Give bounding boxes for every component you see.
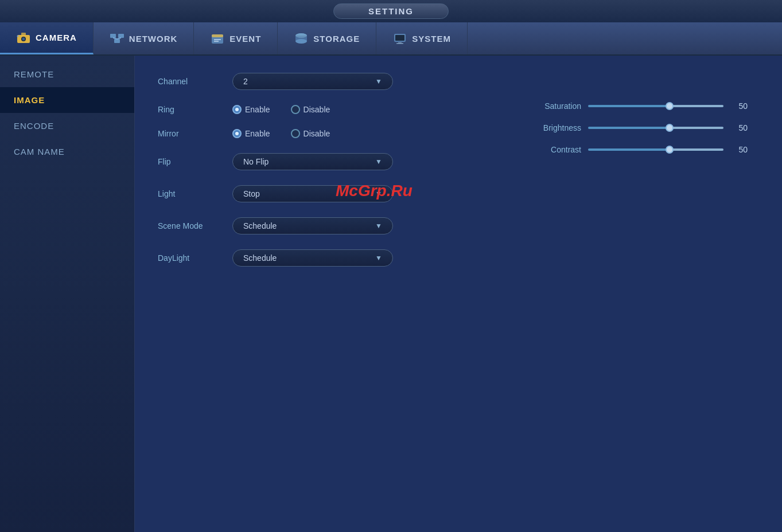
tab-camera[interactable]: CAMERA: [0, 22, 94, 54]
tab-network-label: NETWORK: [129, 34, 178, 44]
tab-system-label: SYSTEM: [412, 34, 451, 44]
mirror-disable-option[interactable]: Disable: [291, 129, 330, 138]
ring-radio-group: Enable Disable: [232, 105, 330, 114]
content-area: Channel 2 ▼ Ring Enable Disable Mi: [135, 56, 782, 532]
daylight-value: Schedule: [243, 253, 277, 263]
saturation-thumb[interactable]: [666, 102, 674, 110]
channel-value: 2: [243, 77, 248, 86]
channel-dropdown[interactable]: 2 ▼: [232, 73, 393, 90]
title-bar: SETTING: [0, 0, 782, 22]
flip-value: No Flip: [243, 157, 269, 166]
tab-event-label: EVENT: [229, 34, 261, 44]
svg-rect-11: [212, 34, 223, 37]
svg-rect-21: [396, 43, 403, 44]
tab-camera-label: CAMERA: [36, 33, 77, 42]
mirror-enable-label: Enable: [245, 129, 270, 138]
brightness-slider[interactable]: [588, 127, 723, 129]
top-nav: CAMERA NETWORK EVENT STORAGE: [0, 22, 782, 56]
ring-disable-radio[interactable]: [291, 105, 300, 114]
sidebar-item-remote[interactable]: REMOTE: [0, 61, 134, 87]
brightness-thumb[interactable]: [666, 124, 674, 132]
sliders-section: Saturation 50 Brightness 50 Contrast 50: [530, 101, 748, 167]
daylight-dropdown[interactable]: Schedule ▼: [232, 249, 393, 267]
ring-disable-option[interactable]: Disable: [291, 105, 330, 114]
mirror-enable-radio[interactable]: [232, 129, 242, 138]
svg-point-3: [17, 35, 19, 37]
saturation-row: Saturation 50: [530, 101, 748, 111]
svg-point-4: [22, 37, 25, 40]
tab-event[interactable]: EVENT: [194, 22, 278, 54]
tab-storage-label: STORAGE: [313, 34, 360, 44]
svg-point-16: [295, 39, 307, 44]
mirror-radio-group: Enable Disable: [232, 129, 330, 138]
sidebar: REMOTE IMAGE ENCODE CAM NAME: [0, 56, 135, 532]
flip-dropdown-arrow: ▼: [375, 158, 382, 166]
storage-icon: [294, 32, 309, 45]
brightness-value: 50: [730, 123, 748, 132]
scene-mode-dropdown-arrow: ▼: [375, 222, 382, 230]
mirror-disable-radio[interactable]: [291, 129, 300, 138]
flip-label: Flip: [158, 157, 232, 166]
svg-rect-6: [118, 34, 124, 38]
daylight-dropdown-arrow: ▼: [375, 254, 382, 262]
light-dropdown-arrow: ▼: [375, 190, 382, 198]
svg-line-9: [117, 38, 121, 39]
sidebar-item-image[interactable]: IMAGE: [0, 87, 134, 113]
ring-enable-label: Enable: [245, 105, 270, 114]
light-label: Light: [158, 189, 232, 198]
contrast-label: Contrast: [530, 145, 581, 154]
light-row: Light Stop ▼: [158, 185, 759, 202]
contrast-row: Contrast 50: [530, 145, 748, 154]
light-value: Stop: [243, 189, 260, 198]
saturation-value: 50: [730, 101, 748, 111]
network-icon: [110, 32, 125, 45]
channel-dropdown-arrow: ▼: [375, 77, 382, 85]
saturation-label: Saturation: [530, 101, 581, 111]
sidebar-item-camname[interactable]: CAM NAME: [0, 139, 134, 165]
mirror-enable-option[interactable]: Enable: [232, 129, 270, 138]
ring-enable-radio[interactable]: [232, 105, 242, 114]
scene-mode-label: Scene Mode: [158, 221, 232, 230]
system-icon: [392, 32, 407, 45]
main-layout: REMOTE IMAGE ENCODE CAM NAME Channel 2 ▼…: [0, 56, 782, 532]
ring-disable-label: Disable: [304, 105, 330, 114]
daylight-row: DayLight Schedule ▼: [158, 249, 759, 267]
channel-label: Channel: [158, 77, 232, 86]
saturation-slider[interactable]: [588, 105, 723, 107]
mirror-label: Mirror: [158, 129, 232, 138]
ring-enable-option[interactable]: Enable: [232, 105, 270, 114]
svg-line-8: [113, 38, 117, 39]
svg-rect-7: [114, 39, 120, 43]
camera-icon: [16, 32, 31, 44]
svg-rect-5: [110, 34, 116, 38]
light-dropdown[interactable]: Stop ▼: [232, 185, 393, 202]
brightness-label: Brightness: [530, 123, 581, 132]
tab-system[interactable]: SYSTEM: [376, 22, 468, 54]
contrast-thumb[interactable]: [666, 146, 674, 154]
scene-mode-value: Schedule: [243, 221, 277, 230]
tab-storage[interactable]: STORAGE: [278, 22, 376, 54]
scene-mode-dropdown[interactable]: Schedule ▼: [232, 217, 393, 234]
ring-label: Ring: [158, 105, 232, 114]
page-title: SETTING: [333, 3, 449, 19]
mirror-disable-label: Disable: [304, 129, 330, 138]
svg-rect-19: [395, 35, 404, 41]
daylight-label: DayLight: [158, 253, 232, 263]
contrast-value: 50: [730, 145, 748, 154]
svg-rect-2: [21, 33, 26, 36]
event-icon: [210, 32, 225, 45]
contrast-slider[interactable]: [588, 148, 723, 151]
svg-point-17: [295, 33, 307, 38]
sidebar-item-encode[interactable]: ENCODE: [0, 113, 134, 139]
flip-dropdown[interactable]: No Flip ▼: [232, 153, 393, 170]
brightness-row: Brightness 50: [530, 123, 748, 132]
tab-network[interactable]: NETWORK: [94, 22, 194, 54]
channel-row: Channel 2 ▼: [158, 73, 759, 90]
scene-mode-row: Scene Mode Schedule ▼: [158, 217, 759, 234]
